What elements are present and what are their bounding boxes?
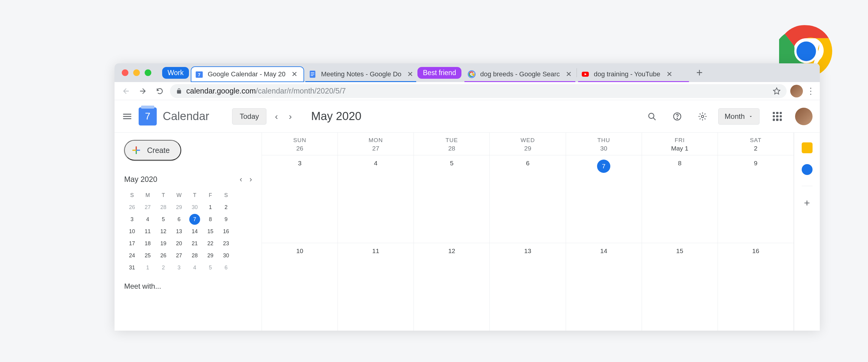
mini-day-cell[interactable]: 20 xyxy=(171,238,187,249)
tab-group-bestfriend[interactable]: Best friend xyxy=(417,67,461,79)
maximize-window-button[interactable] xyxy=(145,69,151,76)
day-cell[interactable]: 5 xyxy=(414,155,490,243)
forward-button[interactable] xyxy=(136,84,150,98)
mini-day-cell[interactable]: 30 xyxy=(218,249,234,261)
mini-day-cell[interactable]: 15 xyxy=(203,225,218,238)
day-cell[interactable]: 27 xyxy=(338,145,414,155)
account-avatar[interactable] xyxy=(795,108,812,125)
view-selector[interactable]: Month xyxy=(718,108,760,124)
mini-day-cell[interactable]: 6 xyxy=(218,261,234,274)
tab-youtube[interactable]: dog training - YouTube ✕ xyxy=(577,66,690,82)
mini-day-cell[interactable]: 5 xyxy=(156,213,171,225)
mini-day-cell[interactable]: 27 xyxy=(171,249,187,261)
day-cell[interactable]: 15 xyxy=(642,243,718,331)
tab-calendar[interactable]: 7 Google Calendar - May 20 ✕ xyxy=(191,66,304,82)
today-button[interactable]: Today xyxy=(232,108,267,124)
day-cell[interactable]: 7 xyxy=(566,155,642,243)
day-cell[interactable]: 16 xyxy=(718,243,794,331)
mini-day-cell[interactable]: 5 xyxy=(203,261,218,274)
mini-day-cell[interactable]: 7 xyxy=(189,214,200,225)
mini-day-cell[interactable]: 17 xyxy=(124,238,140,249)
day-cell[interactable]: 10 xyxy=(262,243,338,331)
mini-day-cell[interactable]: 2 xyxy=(156,261,171,274)
day-cell[interactable]: 14 xyxy=(566,243,642,331)
mini-day-cell[interactable]: 14 xyxy=(187,225,203,238)
tab-google-search[interactable]: dog breeds - Google Searc ✕ xyxy=(463,66,577,82)
close-window-button[interactable] xyxy=(122,69,128,76)
day-cell[interactable]: 2 xyxy=(718,145,794,155)
back-button[interactable] xyxy=(119,84,133,98)
mini-day-cell[interactable]: 10 xyxy=(124,225,140,238)
create-button[interactable]: Create xyxy=(124,140,181,161)
day-cell[interactable]: 29 xyxy=(490,145,566,155)
mini-day-cell[interactable]: 13 xyxy=(171,225,187,238)
search-icon[interactable] xyxy=(645,110,658,123)
reload-button[interactable] xyxy=(153,84,166,98)
keep-icon[interactable] xyxy=(802,142,812,153)
browser-menu-button[interactable]: ⋮ xyxy=(807,86,815,96)
mini-day-cell[interactable]: 1 xyxy=(140,261,156,274)
mini-prev-button[interactable]: ‹ xyxy=(240,175,242,184)
mini-day-cell[interactable]: 29 xyxy=(203,249,218,261)
day-cell[interactable]: 3 xyxy=(262,155,338,243)
mini-day-cell[interactable]: 9 xyxy=(218,213,234,225)
help-icon[interactable] xyxy=(671,110,684,123)
next-month-button[interactable]: › xyxy=(286,111,294,121)
mini-day-cell[interactable]: 3 xyxy=(171,261,187,274)
new-tab-button[interactable]: + xyxy=(696,66,703,79)
profile-avatar[interactable] xyxy=(790,85,803,98)
mini-day-cell[interactable]: 28 xyxy=(187,249,203,261)
mini-day-cell[interactable]: 30 xyxy=(187,201,203,213)
mini-day-cell[interactable]: 24 xyxy=(124,249,140,261)
tab-group-work[interactable]: Work xyxy=(162,67,189,79)
mini-day-cell[interactable]: 23 xyxy=(218,238,234,249)
day-cell[interactable]: 6 xyxy=(490,155,566,243)
day-cell[interactable]: 26 xyxy=(262,145,338,155)
mini-day-cell[interactable]: 11 xyxy=(140,225,156,238)
mini-day-cell[interactable]: 29 xyxy=(171,201,187,213)
day-cell[interactable]: 12 xyxy=(414,243,490,331)
day-cell[interactable]: 30 xyxy=(566,145,642,155)
mini-day-cell[interactable]: 8 xyxy=(203,213,218,225)
day-cell[interactable]: May 1 xyxy=(642,145,718,155)
mini-next-button[interactable]: › xyxy=(250,175,252,184)
day-cell[interactable]: 13 xyxy=(490,243,566,331)
day-cell[interactable]: 11 xyxy=(338,243,414,331)
mini-day-cell[interactable]: 6 xyxy=(171,213,187,225)
tab-docs[interactable]: Meeting Notes - Google Do ✕ xyxy=(304,66,417,82)
add-addon-icon[interactable]: + xyxy=(804,197,810,209)
mini-day-cell[interactable]: 4 xyxy=(140,213,156,225)
google-apps-icon[interactable] xyxy=(773,112,782,121)
mini-day-cell[interactable]: 26 xyxy=(124,201,140,213)
main-menu-icon[interactable] xyxy=(122,111,133,122)
mini-day-cell[interactable]: 28 xyxy=(156,201,171,213)
settings-gear-icon[interactable] xyxy=(696,110,709,123)
close-tab-icon[interactable]: ✕ xyxy=(291,70,298,78)
prev-month-button[interactable]: ‹ xyxy=(273,111,280,121)
mini-day-cell[interactable]: 31 xyxy=(124,261,140,274)
mini-day-cell[interactable]: 3 xyxy=(124,213,140,225)
mini-day-cell[interactable]: 27 xyxy=(140,201,156,213)
mini-day-cell[interactable]: 2 xyxy=(218,201,234,213)
mini-day-cell[interactable]: 22 xyxy=(203,238,218,249)
bookmark-star-icon[interactable] xyxy=(773,87,781,95)
day-cell[interactable]: 8 xyxy=(642,155,718,243)
minimize-window-button[interactable] xyxy=(133,69,140,76)
mini-day-cell[interactable]: 18 xyxy=(140,238,156,249)
mini-day-cell[interactable]: 21 xyxy=(187,238,203,249)
mini-day-cell[interactable]: 19 xyxy=(156,238,171,249)
mini-day-cell[interactable]: 1 xyxy=(203,201,218,213)
url-input[interactable]: calendar.google.com/calendar/r/month/202… xyxy=(170,84,786,98)
mini-day-cell[interactable]: 25 xyxy=(140,249,156,261)
day-cell[interactable]: 4 xyxy=(338,155,414,243)
close-tab-icon[interactable]: ✕ xyxy=(566,70,572,78)
mini-day-cell[interactable]: 16 xyxy=(218,225,234,238)
tasks-icon[interactable] xyxy=(802,164,812,175)
mini-day-cell[interactable]: 12 xyxy=(156,225,171,238)
day-cell[interactable]: 28 xyxy=(414,145,490,155)
mini-day-cell[interactable]: 4 xyxy=(187,261,203,274)
mini-day-cell[interactable]: 26 xyxy=(156,249,171,261)
close-tab-icon[interactable]: ✕ xyxy=(407,70,413,78)
close-tab-icon[interactable]: ✕ xyxy=(666,70,673,78)
day-cell[interactable]: 9 xyxy=(718,155,794,243)
